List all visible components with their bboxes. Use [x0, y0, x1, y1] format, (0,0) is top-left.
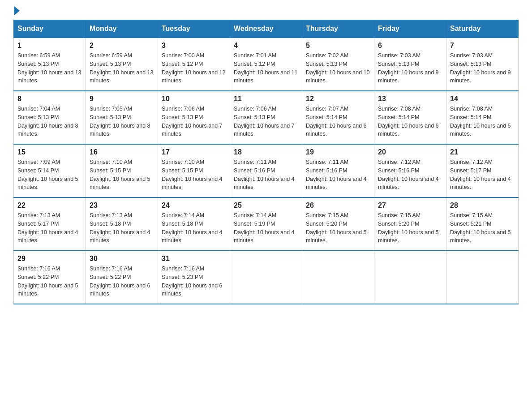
calendar-header-friday: Friday [374, 20, 446, 38]
day-number: 18 [234, 148, 298, 156]
calendar-cell: 1 Sunrise: 6:59 AMSunset: 5:13 PMDayligh… [14, 38, 86, 91]
calendar-cell: 30 Sunrise: 7:16 AMSunset: 5:22 PMDaylig… [86, 251, 158, 304]
day-number: 20 [378, 148, 442, 156]
day-number: 29 [17, 255, 82, 263]
day-number: 9 [90, 95, 154, 103]
logo-arrow-icon [14, 6, 20, 15]
calendar-week-row: 1 Sunrise: 6:59 AMSunset: 5:13 PMDayligh… [14, 38, 519, 91]
day-info: Sunrise: 7:16 AMSunset: 5:22 PMDaylight:… [17, 265, 78, 297]
day-info: Sunrise: 7:15 AMSunset: 5:21 PMDaylight:… [450, 212, 511, 244]
day-number: 31 [162, 255, 226, 263]
day-number: 3 [162, 42, 226, 50]
day-number: 26 [306, 201, 370, 210]
day-info: Sunrise: 7:12 AMSunset: 5:17 PMDaylight:… [450, 159, 511, 190]
calendar-header-tuesday: Tuesday [158, 20, 230, 38]
calendar-cell: 21 Sunrise: 7:12 AMSunset: 5:17 PMDaylig… [446, 144, 519, 197]
calendar-cell: 15 Sunrise: 7:09 AMSunset: 5:14 PMDaylig… [14, 144, 86, 197]
day-number: 24 [162, 201, 226, 210]
page-header [13, 9, 519, 15]
calendar-cell: 18 Sunrise: 7:11 AMSunset: 5:16 PMDaylig… [230, 144, 302, 197]
calendar-cell: 6 Sunrise: 7:03 AMSunset: 5:13 PMDayligh… [374, 38, 446, 91]
calendar-cell: 26 Sunrise: 7:15 AMSunset: 5:20 PMDaylig… [302, 197, 374, 251]
calendar-cell: 4 Sunrise: 7:01 AMSunset: 5:12 PMDayligh… [230, 38, 302, 91]
calendar-cell: 20 Sunrise: 7:12 AMSunset: 5:16 PMDaylig… [374, 144, 446, 197]
day-info: Sunrise: 7:11 AMSunset: 5:16 PMDaylight:… [306, 159, 367, 190]
calendar-cell: 10 Sunrise: 7:06 AMSunset: 5:13 PMDaylig… [158, 91, 230, 144]
day-info: Sunrise: 7:00 AMSunset: 5:12 PMDaylight:… [162, 52, 225, 84]
day-number: 14 [450, 95, 515, 103]
day-info: Sunrise: 7:03 AMSunset: 5:13 PMDaylight:… [378, 52, 439, 84]
calendar-header-saturday: Saturday [446, 20, 519, 38]
calendar-week-row: 22 Sunrise: 7:13 AMSunset: 5:17 PMDaylig… [14, 197, 519, 251]
day-number: 23 [90, 201, 154, 210]
calendar-cell [446, 251, 519, 304]
day-info: Sunrise: 7:10 AMSunset: 5:15 PMDaylight:… [162, 159, 223, 190]
day-info: Sunrise: 7:12 AMSunset: 5:16 PMDaylight:… [378, 159, 439, 190]
calendar-cell: 8 Sunrise: 7:04 AMSunset: 5:13 PMDayligh… [14, 91, 86, 144]
calendar-cell [374, 251, 446, 304]
day-number: 25 [234, 201, 298, 210]
calendar-cell: 23 Sunrise: 7:13 AMSunset: 5:18 PMDaylig… [86, 197, 158, 251]
day-info: Sunrise: 7:13 AMSunset: 5:17 PMDaylight:… [17, 212, 78, 244]
day-number: 13 [378, 95, 442, 103]
day-number: 2 [90, 42, 154, 50]
calendar-cell: 14 Sunrise: 7:08 AMSunset: 5:14 PMDaylig… [446, 91, 519, 144]
day-info: Sunrise: 7:07 AMSunset: 5:14 PMDaylight:… [306, 106, 367, 137]
calendar-header-thursday: Thursday [302, 20, 374, 38]
calendar-cell: 5 Sunrise: 7:02 AMSunset: 5:13 PMDayligh… [302, 38, 374, 91]
day-number: 19 [306, 148, 370, 156]
day-number: 16 [90, 148, 154, 156]
calendar-cell: 3 Sunrise: 7:00 AMSunset: 5:12 PMDayligh… [158, 38, 230, 91]
calendar-cell: 28 Sunrise: 7:15 AMSunset: 5:21 PMDaylig… [446, 197, 519, 251]
calendar-table: SundayMondayTuesdayWednesdayThursdayFrid… [13, 20, 519, 304]
day-info: Sunrise: 7:15 AMSunset: 5:20 PMDaylight:… [306, 212, 367, 244]
day-number: 1 [17, 42, 82, 50]
day-number: 15 [17, 148, 82, 156]
day-info: Sunrise: 6:59 AMSunset: 5:13 PMDaylight:… [17, 52, 81, 84]
day-number: 30 [90, 255, 154, 263]
calendar-cell: 27 Sunrise: 7:15 AMSunset: 5:20 PMDaylig… [374, 197, 446, 251]
calendar-cell: 24 Sunrise: 7:14 AMSunset: 5:18 PMDaylig… [158, 197, 230, 251]
calendar-header-wednesday: Wednesday [230, 20, 302, 38]
calendar-week-row: 8 Sunrise: 7:04 AMSunset: 5:13 PMDayligh… [14, 91, 519, 144]
day-info: Sunrise: 7:10 AMSunset: 5:15 PMDaylight:… [90, 159, 150, 190]
calendar-cell: 11 Sunrise: 7:06 AMSunset: 5:13 PMDaylig… [230, 91, 302, 144]
calendar-cell: 13 Sunrise: 7:08 AMSunset: 5:14 PMDaylig… [374, 91, 446, 144]
day-info: Sunrise: 7:15 AMSunset: 5:20 PMDaylight:… [378, 212, 439, 244]
day-number: 21 [450, 148, 515, 156]
calendar-header-row: SundayMondayTuesdayWednesdayThursdayFrid… [14, 20, 519, 38]
day-info: Sunrise: 6:59 AMSunset: 5:13 PMDaylight:… [90, 52, 153, 84]
calendar-cell: 19 Sunrise: 7:11 AMSunset: 5:16 PMDaylig… [302, 144, 374, 197]
logo [13, 9, 20, 15]
day-info: Sunrise: 7:13 AMSunset: 5:18 PMDaylight:… [90, 212, 150, 244]
calendar-cell: 2 Sunrise: 6:59 AMSunset: 5:13 PMDayligh… [86, 38, 158, 91]
day-info: Sunrise: 7:08 AMSunset: 5:14 PMDaylight:… [450, 106, 511, 137]
day-number: 17 [162, 148, 226, 156]
day-info: Sunrise: 7:11 AMSunset: 5:16 PMDaylight:… [234, 159, 295, 190]
calendar-week-row: 15 Sunrise: 7:09 AMSunset: 5:14 PMDaylig… [14, 144, 519, 197]
day-info: Sunrise: 7:06 AMSunset: 5:13 PMDaylight:… [234, 106, 295, 137]
day-info: Sunrise: 7:06 AMSunset: 5:13 PMDaylight:… [162, 106, 223, 137]
day-info: Sunrise: 7:03 AMSunset: 5:13 PMDaylight:… [450, 52, 511, 84]
day-info: Sunrise: 7:09 AMSunset: 5:14 PMDaylight:… [17, 159, 78, 190]
day-info: Sunrise: 7:05 AMSunset: 5:13 PMDaylight:… [90, 106, 150, 137]
day-info: Sunrise: 7:01 AMSunset: 5:12 PMDaylight:… [234, 52, 297, 84]
day-number: 11 [234, 95, 298, 103]
day-info: Sunrise: 7:16 AMSunset: 5:23 PMDaylight:… [162, 265, 223, 297]
day-info: Sunrise: 7:04 AMSunset: 5:13 PMDaylight:… [17, 106, 78, 137]
day-number: 10 [162, 95, 226, 103]
calendar-cell: 22 Sunrise: 7:13 AMSunset: 5:17 PMDaylig… [14, 197, 86, 251]
day-number: 8 [17, 95, 82, 103]
calendar-cell: 29 Sunrise: 7:16 AMSunset: 5:22 PMDaylig… [14, 251, 86, 304]
calendar-cell [230, 251, 302, 304]
calendar-cell: 7 Sunrise: 7:03 AMSunset: 5:13 PMDayligh… [446, 38, 519, 91]
day-number: 7 [450, 42, 515, 50]
calendar-cell: 25 Sunrise: 7:14 AMSunset: 5:19 PMDaylig… [230, 197, 302, 251]
calendar-week-row: 29 Sunrise: 7:16 AMSunset: 5:22 PMDaylig… [14, 251, 519, 304]
day-number: 27 [378, 201, 442, 210]
day-info: Sunrise: 7:08 AMSunset: 5:14 PMDaylight:… [378, 106, 439, 137]
day-number: 12 [306, 95, 370, 103]
day-number: 5 [306, 42, 370, 50]
day-info: Sunrise: 7:14 AMSunset: 5:18 PMDaylight:… [162, 212, 223, 244]
calendar-cell: 16 Sunrise: 7:10 AMSunset: 5:15 PMDaylig… [86, 144, 158, 197]
